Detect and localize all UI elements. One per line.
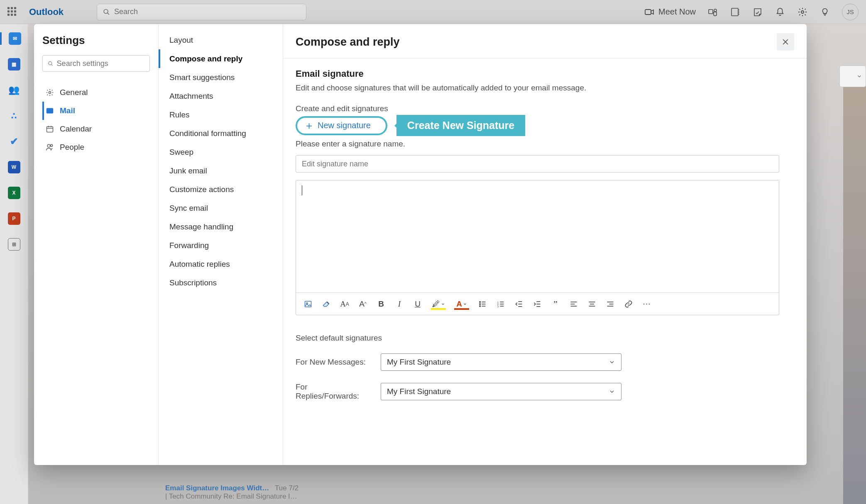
subnav-layout[interactable]: Layout (159, 31, 283, 49)
subnav-subscriptions[interactable]: Subscriptions (159, 273, 283, 292)
svg-point-27 (479, 303, 481, 304)
default-signatures-section: Select default signatures For New Messag… (296, 334, 669, 401)
rail-todo[interactable]: ✔ (8, 135, 20, 148)
editor-toolbar: AA A^ B I U 🖉 A 123 ” ⋯ (296, 292, 779, 315)
settings-nav-general[interactable]: General (42, 83, 150, 102)
insert-link-button[interactable] (621, 297, 636, 311)
rail-word[interactable]: W (8, 161, 20, 173)
italic-button[interactable]: I (392, 297, 406, 311)
align-center-button[interactable] (585, 297, 599, 311)
app-launcher-icon[interactable] (7, 7, 17, 17)
insert-image-button[interactable] (301, 297, 315, 311)
settings-search-input[interactable] (57, 59, 144, 68)
rail-excel[interactable]: X (8, 187, 20, 199)
rail-mail[interactable]: ✉ (0, 32, 28, 45)
settings-content-col: Compose and reply Email signature Edit a… (283, 24, 807, 465)
for-new-value: My First Signature (387, 358, 451, 367)
subnav-attachments[interactable]: Attachments (159, 87, 283, 105)
align-left-button[interactable] (567, 297, 581, 311)
peek-date: Tue 7/2 (275, 484, 298, 492)
svg-line-1 (108, 13, 109, 15)
pane-title: Compose and reply (296, 36, 400, 49)
settings-nav-label: Mail (60, 106, 75, 115)
global-search-input[interactable] (114, 7, 300, 16)
meet-now-button[interactable]: Meet Now (644, 7, 696, 17)
email-list-peek: Email Signature Images Widt… Tue 7/2 | T… (165, 484, 298, 504)
settings-nav-people[interactable]: People (42, 138, 150, 156)
subnav-conditional-formatting[interactable]: Conditional formatting (159, 124, 283, 143)
rail-calendar[interactable]: ▦ (8, 58, 20, 71)
reading-pane-collapse-hint[interactable] (839, 66, 866, 87)
subnav-forwarding[interactable]: Forwarding (159, 236, 283, 255)
rail-powerpoint[interactable]: P (8, 212, 20, 225)
callout-text: Create New Signature (407, 119, 514, 131)
svg-rect-14 (47, 127, 53, 132)
settings-nav-mail[interactable]: Mail (42, 102, 150, 120)
defaults-heading: Select default signatures (296, 334, 669, 343)
signature-name-input[interactable] (296, 155, 779, 173)
onenote-icon[interactable] (730, 7, 741, 17)
svg-point-29 (479, 305, 481, 307)
highlight-color-button[interactable]: 🖉 (429, 297, 448, 311)
indent-icon (533, 300, 541, 308)
teams-icon[interactable] (707, 7, 718, 17)
settings-nav-calendar[interactable]: Calendar (42, 120, 150, 138)
for-new-select[interactable]: My First Signature (381, 353, 621, 371)
numbered-list-button[interactable]: 123 (494, 297, 508, 311)
svg-rect-5 (731, 8, 738, 16)
subnav-compose-and-reply[interactable]: Compose and reply (159, 49, 283, 68)
subnav-customize-actions[interactable]: Customize actions (159, 180, 283, 199)
subnav-smart-suggestions[interactable]: Smart suggestions (159, 68, 283, 87)
chevron-down-icon (441, 302, 445, 306)
signature-editor-body[interactable] (296, 180, 779, 292)
search-icon (103, 8, 110, 16)
subnav-rules[interactable]: Rules (159, 105, 283, 124)
subnav-junk-email[interactable]: Junk email (159, 161, 283, 180)
subnav-message-handling[interactable]: Message handling (159, 217, 283, 236)
link-icon (624, 300, 633, 308)
account-avatar[interactable]: JS (842, 4, 859, 20)
settings-search[interactable] (42, 55, 150, 72)
bell-icon[interactable] (775, 7, 785, 17)
signature-desc: Edit and choose signatures that will be … (296, 83, 794, 93)
clear-formatting-button[interactable] (319, 297, 333, 311)
new-signature-button[interactable]: ＋ New signature (296, 116, 387, 135)
chevron-down-icon (856, 73, 862, 79)
bold-button[interactable]: B (374, 297, 388, 311)
settings-nav-label: Calendar (60, 124, 92, 134)
tips-lightbulb-icon[interactable] (820, 7, 830, 17)
annotation-callout: Create New Signature (396, 115, 525, 136)
decrease-indent-button[interactable] (512, 297, 526, 311)
font-family-button[interactable]: AA (338, 297, 352, 311)
notes-icon[interactable] (752, 7, 763, 17)
align-right-button[interactable] (603, 297, 617, 311)
rail-people[interactable]: 👥 (8, 84, 20, 96)
for-new-label: For New Messages: (296, 358, 372, 367)
settings-gear-icon[interactable] (797, 7, 808, 17)
svg-rect-3 (709, 10, 713, 14)
font-size-button[interactable]: A^ (356, 297, 370, 311)
subnav-sync-email[interactable]: Sync email (159, 199, 283, 217)
bulleted-list-button[interactable] (475, 297, 489, 311)
meet-now-label: Meet Now (658, 7, 696, 17)
underline-button[interactable]: U (411, 297, 425, 311)
rail-more-apps[interactable]: ⊞ (8, 238, 20, 251)
top-ribbon: Outlook Meet Now JS (0, 0, 866, 24)
svg-point-10 (49, 61, 52, 65)
quote-button[interactable]: ” (548, 297, 563, 311)
subnav-sweep[interactable]: Sweep (159, 143, 283, 161)
rail-groups[interactable]: ⛬ (8, 110, 20, 122)
svg-text:3: 3 (497, 305, 499, 307)
font-color-button[interactable]: A (452, 297, 471, 311)
subnav-automatic-replies[interactable]: Automatic replies (159, 255, 283, 273)
increase-indent-button[interactable] (530, 297, 544, 311)
signature-editor: AA A^ B I U 🖉 A 123 ” ⋯ (296, 180, 779, 315)
global-search[interactable] (97, 4, 306, 20)
for-reply-select[interactable]: My First Signature (381, 383, 621, 400)
settings-nav-col: Settings GeneralMailCalendarPeople (34, 24, 159, 465)
more-options-button[interactable]: ⋯ (640, 297, 654, 311)
avatar-initials: JS (846, 8, 854, 15)
video-icon (644, 7, 654, 17)
close-button[interactable] (777, 33, 794, 51)
settings-nav-label: General (60, 88, 88, 97)
